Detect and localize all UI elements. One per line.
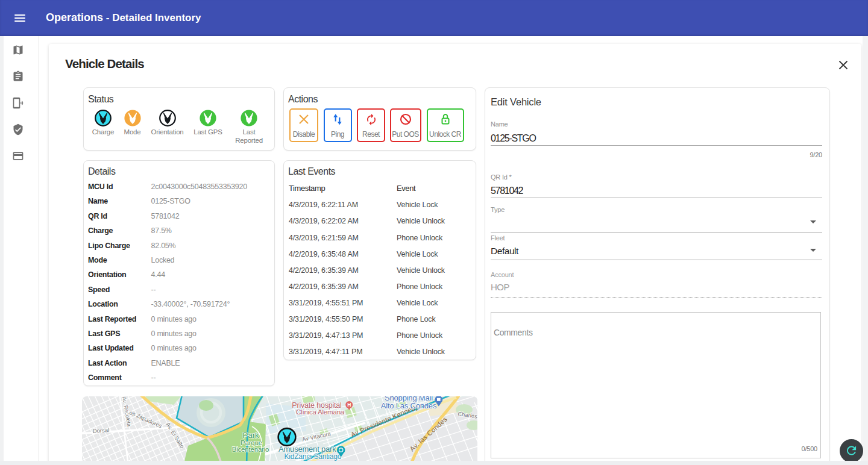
svg-text:Bicentenario: Bicentenario <box>232 446 269 453</box>
svg-text:Clínica Alemana: Clínica Alemana <box>296 408 345 416</box>
svg-text:Dorsal: Dorsal <box>92 426 109 434</box>
svg-text:Park: Park <box>243 431 259 440</box>
svg-text:KidZania Santiago: KidZania Santiago <box>285 452 342 461</box>
svg-text:Parque: Parque <box>241 439 262 446</box>
svg-text:H: H <box>347 402 351 408</box>
svg-text:Alto Las Condes: Alto Las Condes <box>381 401 437 410</box>
